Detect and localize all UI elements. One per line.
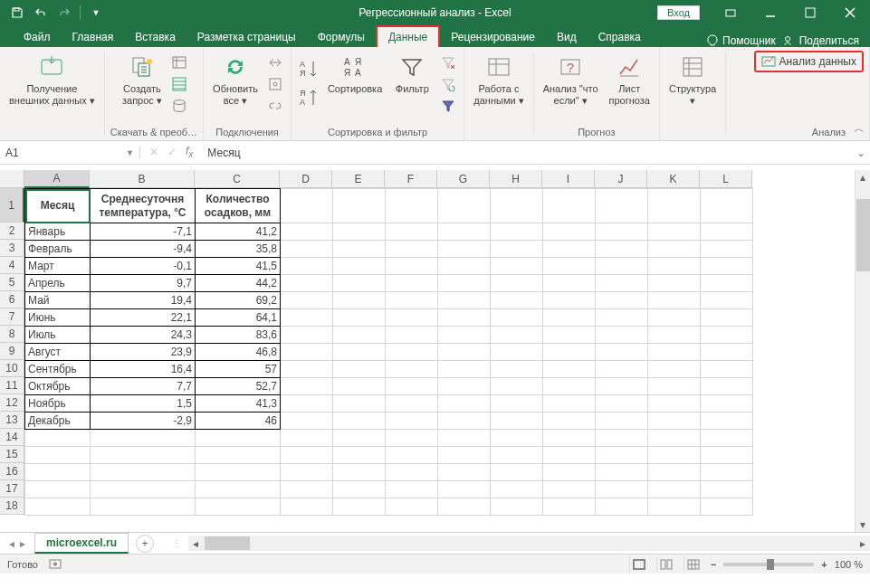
cell-C4[interactable]: 41,5: [196, 258, 281, 275]
recent-sources-icon[interactable]: [169, 96, 189, 116]
scroll-down-icon[interactable]: ▾: [860, 517, 865, 532]
data-analysis-button[interactable]: Анализ данных: [754, 51, 864, 72]
cell-B5[interactable]: 9,7: [91, 275, 196, 292]
row-header-11[interactable]: 11: [0, 377, 24, 394]
cell-B6[interactable]: 19,4: [91, 292, 196, 309]
sheet-nav-first-icon[interactable]: ◂: [9, 537, 14, 550]
expand-formula-bar-icon[interactable]: ⌄: [852, 147, 870, 159]
tab-home[interactable]: Главная: [62, 27, 125, 47]
cell-C1[interactable]: Количество осадков, мм: [196, 189, 281, 223]
cell-B4[interactable]: -0,1: [91, 258, 196, 275]
cell-C9[interactable]: 46,8: [196, 344, 281, 361]
filter-button[interactable]: Фильтр: [389, 51, 435, 97]
tab-page-layout[interactable]: Разметка страницы: [186, 27, 307, 47]
maximize-icon[interactable]: [790, 0, 830, 25]
row-headers[interactable]: 123456789101112131415161718: [0, 188, 24, 515]
cell-A1[interactable]: Месяц: [25, 189, 91, 223]
cell-C8[interactable]: 83,6: [196, 327, 281, 344]
cell-A5[interactable]: Апрель: [25, 275, 91, 292]
cell-B1[interactable]: Среднесуточня температура, °C: [91, 189, 196, 223]
get-external-data-button[interactable]: Получение внешних данных ▾: [5, 51, 99, 108]
column-header-A[interactable]: A: [24, 170, 90, 188]
column-header-I[interactable]: I: [542, 170, 595, 188]
cell-A10[interactable]: Сентябрь: [25, 361, 91, 378]
forecast-sheet-button[interactable]: Лист прогноза: [606, 51, 654, 108]
row-header-1[interactable]: 1: [0, 188, 24, 223]
row-header-13[interactable]: 13: [0, 412, 24, 429]
row-header-8[interactable]: 8: [0, 326, 24, 343]
data-tools-button[interactable]: Работа с данными ▾: [470, 51, 527, 108]
column-header-F[interactable]: F: [385, 170, 437, 188]
zoom-level[interactable]: 100 %: [835, 559, 863, 570]
horizontal-scrollbar[interactable]: ◂ ▸: [188, 536, 870, 551]
row-header-9[interactable]: 9: [0, 343, 24, 360]
column-header-L[interactable]: L: [700, 170, 752, 188]
tab-review[interactable]: Рецензирование: [440, 27, 546, 47]
column-header-H[interactable]: H: [490, 170, 542, 188]
tab-split-handle[interactable]: ⋮: [172, 538, 181, 548]
minimize-icon[interactable]: [750, 0, 790, 25]
share-button[interactable]: Поделиться: [783, 34, 859, 47]
column-header-E[interactable]: E: [332, 170, 385, 188]
zoom-out-icon[interactable]: −: [711, 559, 716, 570]
row-header-17[interactable]: 17: [0, 480, 24, 498]
column-headers[interactable]: ABCDEFGHIJKL: [24, 170, 752, 188]
cell-A11[interactable]: Октябрь: [25, 378, 91, 395]
cell-A2[interactable]: Январь: [25, 223, 91, 241]
from-table-icon[interactable]: [169, 74, 189, 94]
ribbon-display-options-icon[interactable]: [711, 0, 750, 25]
row-header-3[interactable]: 3: [0, 240, 24, 257]
cell-C5[interactable]: 44,2: [196, 275, 281, 292]
cell-C11[interactable]: 52,7: [196, 378, 281, 395]
cell-C7[interactable]: 64,1: [196, 309, 281, 327]
cell-A6[interactable]: Май: [25, 292, 91, 309]
sheet-nav-last-icon[interactable]: ▸: [20, 537, 25, 550]
zoom-in-icon[interactable]: +: [821, 559, 827, 570]
tab-insert[interactable]: Вставка: [124, 27, 186, 47]
row-header-10[interactable]: 10: [0, 360, 24, 377]
enter-formula-icon[interactable]: ✓: [167, 146, 177, 158]
login-button[interactable]: Вход: [657, 5, 700, 20]
cell-C2[interactable]: 41,2: [196, 223, 281, 241]
tab-view[interactable]: Вид: [546, 27, 588, 47]
cell-B12[interactable]: 1,5: [91, 395, 196, 413]
advanced-filter-icon[interactable]: [438, 96, 458, 116]
hscroll-thumb[interactable]: [205, 536, 250, 550]
page-break-view-icon[interactable]: [684, 556, 703, 573]
collapse-ribbon-icon[interactable]: ︿: [854, 121, 865, 137]
vscroll-thumb[interactable]: [856, 199, 870, 271]
column-header-J[interactable]: J: [595, 170, 647, 188]
undo-icon[interactable]: [31, 3, 51, 23]
sort-desc-icon[interactable]: ЯA: [297, 85, 320, 112]
new-query-button[interactable]: Создать запрос ▾: [119, 51, 166, 108]
column-header-B[interactable]: B: [90, 170, 195, 188]
row-header-15[interactable]: 15: [0, 446, 24, 463]
edit-links-icon[interactable]: [265, 96, 285, 116]
show-queries-icon[interactable]: [169, 52, 189, 72]
macro-record-icon[interactable]: [49, 557, 62, 572]
cell-C12[interactable]: 41,3: [196, 395, 281, 413]
cell-C6[interactable]: 69,2: [196, 292, 281, 309]
cell-A9[interactable]: Август: [25, 344, 91, 361]
cell-C10[interactable]: 57: [196, 361, 281, 378]
row-header-7[interactable]: 7: [0, 308, 24, 326]
formula-input[interactable]: Месяц: [202, 147, 852, 159]
row-header-12[interactable]: 12: [0, 394, 24, 412]
redo-icon[interactable]: [54, 3, 74, 23]
tab-formulas[interactable]: Формулы: [307, 27, 376, 47]
row-header-6[interactable]: 6: [0, 291, 24, 308]
cancel-formula-icon[interactable]: ✕: [149, 146, 158, 158]
cells[interactable]: МесяцСреднесуточня температура, °CКоличе…: [24, 188, 753, 516]
sheet-tab-active[interactable]: microexcel.ru: [34, 533, 129, 554]
spreadsheet-grid[interactable]: ABCDEFGHIJKL 123456789101112131415161718…: [0, 170, 870, 532]
cell-C3[interactable]: 35,8: [196, 241, 281, 258]
cell-A12[interactable]: Ноябрь: [25, 395, 91, 413]
scroll-right-icon[interactable]: ▸: [856, 537, 870, 550]
cell-B8[interactable]: 24,3: [91, 327, 196, 344]
cell-B2[interactable]: -7,1: [91, 223, 196, 241]
cell-C13[interactable]: 46: [196, 413, 281, 430]
row-header-14[interactable]: 14: [0, 429, 24, 446]
cell-A4[interactable]: Март: [25, 258, 91, 275]
cell-B9[interactable]: 23,9: [91, 344, 196, 361]
cell-A13[interactable]: Декабрь: [25, 413, 91, 430]
